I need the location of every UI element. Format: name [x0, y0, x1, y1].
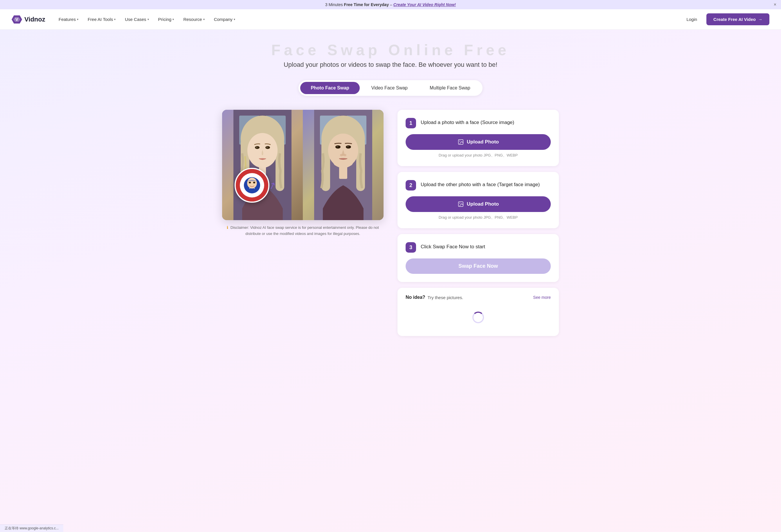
tab-multiple-face-swap[interactable]: Multiple Face Swap — [419, 82, 481, 94]
demo-result-image — [303, 110, 383, 220]
step-3-number: 3 — [406, 242, 416, 253]
loading-spinner — [472, 312, 484, 323]
step-3-header: 3 Click Swap Face Now to start — [406, 242, 551, 253]
svg-point-39 — [459, 203, 460, 204]
logo-icon: V — [12, 14, 22, 25]
svg-point-21 — [253, 182, 255, 183]
upload-icon-2 — [458, 201, 464, 207]
arrow-right-icon: → — [758, 17, 763, 22]
hero-title: Face Swap Online Free — [222, 41, 559, 59]
pricing-chevron-icon: ▾ — [172, 18, 174, 21]
nav-item-use-cases[interactable]: Use Cases ▾ — [121, 14, 153, 24]
banner-cta-link[interactable]: Create Your AI Video Right Now! — [394, 2, 456, 7]
nav-item-company[interactable]: Company ▾ — [210, 14, 239, 24]
no-idea-label: No idea? — [406, 295, 425, 300]
nav-links: Features ▾ Free AI Tools ▾ Use Cases ▾ P… — [54, 14, 682, 24]
svg-rect-35 — [339, 167, 347, 179]
svg-point-19 — [247, 178, 257, 189]
source-face-circle — [235, 168, 270, 203]
banner-text: 3 Minutes — [325, 2, 344, 7]
no-idea-header: No idea? Try these pictures. See more — [406, 295, 551, 300]
tab-video-face-swap[interactable]: Video Face Swap — [361, 82, 418, 94]
step-2-header: 2 Upload the other photo with a face (Ta… — [406, 180, 551, 191]
upload-source-photo-button[interactable]: Upload Photo — [406, 134, 551, 150]
swap-face-now-button[interactable]: Swap Face Now — [406, 258, 551, 274]
steps-panel: 1 Upload a photo with a face (Source ima… — [398, 110, 559, 336]
status-bar: 正在等待 www.google-analytics.c... — [0, 525, 63, 532]
nav-item-free-ai-tools[interactable]: Free AI Tools ▾ — [84, 14, 120, 24]
demo-source-image: ↗ — [222, 110, 303, 220]
step-3-title: Click Swap Face Now to start — [421, 242, 485, 250]
step-1-number: 1 — [406, 118, 416, 128]
demo-images: ↗ — [222, 110, 383, 220]
tabs-container: Photo Face Swap Video Face Swap Multiple… — [222, 80, 559, 96]
source-face-illustration — [222, 110, 303, 220]
logo-link[interactable]: V Vidnoz — [12, 14, 45, 25]
loading-container — [406, 306, 551, 329]
svg-text:V: V — [15, 17, 18, 22]
face-swap-tabs: Photo Face Swap Video Face Swap Multiple… — [298, 80, 482, 96]
step-2-card: 2 Upload the other photo with a face (Ta… — [398, 172, 559, 228]
logo-text: Vidnoz — [25, 16, 45, 23]
no-idea-subtext: Try these pictures. — [428, 295, 463, 300]
nav-item-pricing[interactable]: Pricing ▾ — [154, 14, 178, 24]
svg-point-31 — [336, 146, 338, 147]
content-area: ↗ — [222, 110, 559, 336]
no-idea-left: No idea? Try these pictures. — [406, 295, 463, 300]
upload-target-photo-button[interactable]: Upload Photo — [406, 196, 551, 212]
svg-point-32 — [347, 146, 349, 147]
top-banner: 3 Minutes Free Time for Everyday – Creat… — [0, 0, 781, 9]
hero-section: Face Swap Online Free Upload your photos… — [222, 41, 559, 69]
svg-point-37 — [459, 140, 460, 141]
banner-highlight: Free Time for Everyday — [344, 2, 389, 7]
free-ai-tools-chevron-icon: ▾ — [114, 18, 116, 21]
svg-point-20 — [249, 182, 251, 183]
svg-point-12 — [256, 147, 257, 148]
hero-subtitle: Upload your photos or videos to swap the… — [222, 61, 559, 69]
see-more-link[interactable]: See more — [533, 295, 551, 300]
result-face-illustration — [303, 110, 383, 220]
banner-close-button[interactable]: × — [774, 2, 776, 7]
banner-separator: – — [390, 2, 394, 7]
step-1-card: 1 Upload a photo with a face (Source ima… — [398, 110, 559, 166]
main-content: Face Swap Online Free Upload your photos… — [216, 30, 565, 354]
resource-chevron-icon: ▾ — [203, 18, 205, 21]
step-2-number: 2 — [406, 180, 416, 191]
svg-point-33 — [340, 154, 343, 156]
step-2-title: Upload the other photo with a face (Targ… — [421, 180, 540, 188]
no-idea-card: No idea? Try these pictures. See more — [398, 288, 559, 336]
captain-america-illustration — [236, 169, 268, 202]
features-chevron-icon: ▾ — [77, 18, 78, 21]
step-1-hint: Drag or upload your photo JPG、PNG、WEBP — [406, 153, 551, 158]
svg-point-13 — [266, 147, 268, 148]
step-1-title: Upload a photo with a face (Source image… — [421, 118, 514, 125]
upload-icon — [458, 139, 464, 145]
company-chevron-icon: ▾ — [234, 18, 235, 21]
use-cases-chevron-icon: ▾ — [148, 18, 149, 21]
tab-photo-face-swap[interactable]: Photo Face Swap — [300, 82, 360, 94]
nav-item-features[interactable]: Features ▾ — [54, 14, 82, 24]
info-icon: ℹ — [227, 226, 228, 230]
navbar: V Vidnoz Features ▾ Free AI Tools ▾ Use … — [0, 9, 781, 30]
nav-item-resource[interactable]: Resource ▾ — [179, 14, 208, 24]
step-1-header: 1 Upload a photo with a face (Source ima… — [406, 118, 551, 128]
nav-actions: Login Create Free AI Video → — [682, 13, 769, 25]
disclaimer: ℹ Disclaimer: Vidnoz AI face swap servic… — [222, 225, 383, 237]
step-2-hint: Drag or upload your photo JPG、PNG、WEBP — [406, 215, 551, 220]
create-video-button[interactable]: Create Free AI Video → — [706, 13, 769, 25]
step-3-card: 3 Click Swap Face Now to start Swap Face… — [398, 234, 559, 282]
demo-panel: ↗ — [222, 110, 383, 237]
login-button[interactable]: Login — [682, 14, 702, 24]
svg-point-34 — [343, 154, 346, 156]
